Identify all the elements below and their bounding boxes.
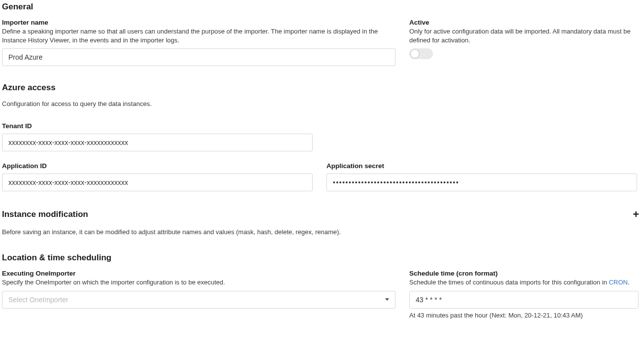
application-id-label: Application ID — [2, 162, 313, 170]
instance-mod-desc: Before saving an instance, it can be mod… — [2, 228, 642, 237]
chevron-down-icon — [385, 298, 389, 301]
toggle-knob — [410, 49, 419, 58]
section-title-general: General — [2, 2, 642, 12]
active-label: Active — [409, 19, 642, 26]
cron-link[interactable]: CRON — [609, 279, 628, 286]
application-secret-label: Application secret — [326, 162, 637, 170]
active-desc: Only for active configuration data will … — [409, 27, 642, 44]
section-title-instance-mod: Instance modification — [2, 210, 88, 219]
executor-label: Executing OneImporter — [2, 270, 395, 277]
tenant-id-label: Tenant ID — [2, 122, 642, 130]
section-title-location: Location & time scheduling — [2, 253, 642, 263]
azure-desc: Configuration for access to query the da… — [2, 100, 642, 108]
importer-name-desc: Define a speaking importer name so that … — [2, 27, 395, 44]
schedule-label: Schedule time (cron format) — [409, 270, 639, 277]
schedule-desc: Schedule the times of continuous data im… — [409, 278, 639, 287]
schedule-hint: At 43 minutes past the hour (Next: Mon, … — [409, 312, 639, 319]
importer-name-input[interactable] — [2, 48, 395, 66]
add-modification-button[interactable]: + — [630, 208, 642, 221]
executor-select[interactable]: Select OneImporter — [2, 291, 395, 309]
section-title-azure: Azure access — [2, 83, 642, 93]
executor-desc: Specify the OneImporter on which the imp… — [2, 278, 395, 287]
schedule-input[interactable] — [409, 291, 639, 309]
tenant-id-input[interactable] — [2, 134, 313, 151]
application-id-input[interactable] — [2, 174, 313, 191]
active-toggle[interactable] — [409, 48, 433, 59]
executor-placeholder: Select OneImporter — [8, 296, 68, 304]
application-secret-input[interactable] — [326, 174, 637, 191]
importer-name-label: Importer name — [2, 19, 395, 26]
